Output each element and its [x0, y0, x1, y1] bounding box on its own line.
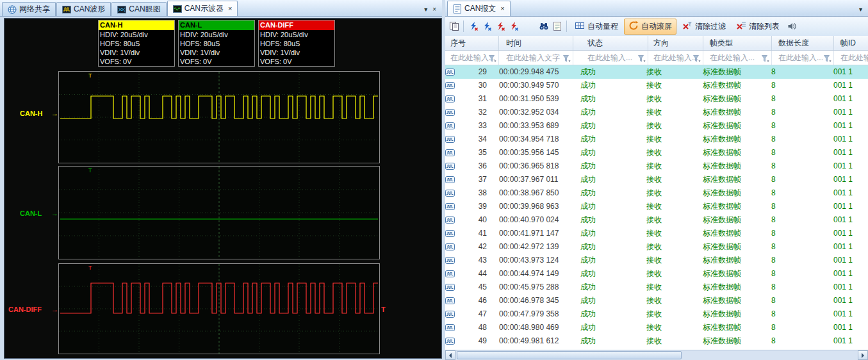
filter-funnel-icon[interactable] — [693, 53, 701, 65]
table-row[interactable]: 2900:00:29.948 475成功接收标准数据帧8001 1 — [445, 65, 868, 79]
clear-filter-button[interactable]: 清除过滤 — [678, 19, 730, 35]
column-header-3[interactable]: 方向 — [648, 36, 703, 50]
svg-text:T: T — [88, 167, 92, 174]
table-row[interactable]: 3500:00:35.956 145成功接收标准数据帧8001 1 — [445, 146, 868, 160]
status-cell: 成功 — [566, 200, 641, 213]
app-window: 网络共享 CAN波形 CAN眼图 CAN示波器 × — [0, 0, 868, 360]
table-row[interactable]: 3800:00:38.967 850成功接收标准数据帧8001 1 — [445, 186, 868, 200]
tab-can-messages[interactable]: CAN报文 × — [447, 1, 511, 16]
tab-network-share[interactable]: 网络共享 — [2, 2, 56, 16]
close-panel-icon[interactable]: × — [432, 6, 436, 13]
filter-cell-4[interactable]: 在此处输入... — [703, 51, 772, 65]
filter-cell-1[interactable]: 在此处输入文字 — [499, 51, 573, 65]
filter-funnel-icon[interactable] — [762, 53, 769, 65]
table-row[interactable]: 4700:00:47.979 358成功接收标准数据帧8001 1 — [445, 307, 868, 321]
dropdown-menu-icon[interactable]: ▾ — [859, 6, 862, 13]
scroll-right-icon[interactable] — [858, 350, 868, 360]
eye-diagram-icon — [117, 5, 126, 14]
data-length-cell: 8 — [765, 227, 827, 240]
filter-placeholder: 在此处输入文字 — [506, 53, 560, 62]
binoculars-icon[interactable] — [537, 20, 550, 33]
copy-icon[interactable] — [448, 20, 460, 33]
time-cell: 00:00:35.956 145 — [492, 146, 566, 160]
filter-funnel-icon[interactable] — [563, 53, 571, 65]
filter-funnel-icon[interactable] — [638, 53, 646, 65]
filter-frames-icon-4[interactable] — [507, 20, 520, 33]
filter-cell-5[interactable]: 在此处输入... — [772, 51, 834, 65]
filter-frames-icon-3[interactable] — [494, 20, 506, 33]
auto-scroll-button[interactable]: 自动滚屏 — [624, 19, 676, 35]
horizontal-scrollbar[interactable] — [445, 350, 868, 360]
table-row[interactable]: 4400:00:44.974 149成功接收标准数据帧8001 1 — [445, 267, 868, 281]
frame-id-cell: 001 1 — [827, 200, 868, 213]
scrollbar-track[interactable] — [455, 350, 858, 360]
table-row[interactable]: 4500:00:45.975 288成功接收标准数据帧8001 1 — [445, 281, 868, 294]
column-header-4[interactable]: 帧类型 — [703, 36, 772, 50]
status-cell: 成功 — [566, 227, 641, 240]
speaker-icon[interactable] — [785, 20, 798, 33]
tab-label: CAN报文 — [464, 3, 496, 14]
data-length-cell: 8 — [765, 119, 827, 133]
column-header-1[interactable]: 时间 — [499, 36, 573, 50]
table-row[interactable]: 4600:00:46.978 345成功接收标准数据帧8001 1 — [445, 294, 868, 307]
frame-type-cell: 标准数据帧 — [696, 146, 765, 160]
table-row[interactable]: 4100:00:41.971 147成功接收标准数据帧8001 1 — [445, 227, 868, 240]
table-row[interactable]: 3900:00:39.968 963成功接收标准数据帧8001 1 — [445, 200, 868, 213]
tab-can-eye-diagram[interactable]: CAN眼图 — [111, 2, 166, 16]
scroll-left-icon[interactable] — [445, 350, 455, 360]
column-header-6[interactable]: 帧ID — [834, 36, 868, 50]
time-cell: 00:00:42.972 139 — [492, 240, 566, 254]
table-row[interactable]: 3600:00:36.965 818成功接收标准数据帧8001 1 — [445, 160, 868, 173]
frame-id-cell: 001 1 — [827, 133, 868, 146]
data-length-cell: 8 — [765, 240, 827, 254]
table-row[interactable]: 3200:00:32.952 034成功接收标准数据帧8001 1 — [445, 106, 868, 119]
tab-can-waveform[interactable]: CAN波形 — [56, 2, 111, 16]
column-header-0[interactable]: 序号 — [445, 36, 499, 50]
message-table: 序号时间状态方向帧类型数据长度帧ID 在此处输入...在此处输入文字在此处输入.… — [445, 36, 868, 350]
data-length-cell: 8 — [765, 254, 827, 267]
filter-cell-2[interactable]: 在此处输入... — [573, 51, 648, 65]
filter-frames-icon-2[interactable] — [480, 20, 493, 33]
data-length-cell: 8 — [765, 92, 827, 106]
trigger-level-marker[interactable]: T — [381, 306, 386, 313]
filter-funnel-icon[interactable] — [489, 53, 496, 65]
table-row[interactable]: 3400:00:34.954 718成功接收标准数据帧8001 1 — [445, 133, 868, 146]
column-header-5[interactable]: 数据长度 — [772, 36, 834, 50]
filter-frames-icon-1[interactable] — [467, 20, 479, 33]
table-row[interactable]: 4300:00:43.973 124成功接收标准数据帧8001 1 — [445, 254, 868, 267]
filter-cell-3[interactable]: 在此处输入... — [648, 51, 703, 65]
auto-range-button[interactable]: 自动量程 — [570, 19, 623, 35]
table-row[interactable]: 3100:00:31.950 539成功接收标准数据帧8001 1 — [445, 92, 868, 106]
filter-cell-0[interactable]: 在此处输入... — [445, 51, 499, 65]
receive-frame-icon — [445, 321, 455, 334]
can-l-waveform: T — [59, 167, 379, 259]
frame-id-cell: 001 1 — [827, 160, 868, 173]
table-row[interactable]: 3300:00:33.953 689成功接收标准数据帧8001 1 — [445, 119, 868, 133]
dropdown-menu-icon[interactable]: ▾ — [424, 6, 427, 13]
table-row[interactable]: 4800:00:48.980 469成功接收标准数据帧8001 1 — [445, 321, 868, 334]
notes-icon[interactable] — [551, 20, 563, 33]
seq-cell: 30 — [455, 79, 492, 92]
table-row[interactable]: 3700:00:37.967 011成功接收标准数据帧8001 1 — [445, 173, 868, 186]
frame-type-cell: 标准数据帧 — [696, 281, 765, 294]
can-diff-scope: T — [58, 263, 380, 354]
table-row[interactable]: 3000:00:30.949 570成功接收标准数据帧8001 1 — [445, 79, 868, 92]
filter-placeholder: 在此处输入... — [653, 53, 698, 62]
tab-can-oscilloscope[interactable]: CAN示波器 × — [167, 1, 238, 16]
close-tab-icon[interactable]: × — [228, 5, 232, 12]
column-header-2[interactable]: 状态 — [573, 36, 648, 50]
status-cell: 成功 — [566, 307, 641, 321]
filter-cell-6[interactable]: 在此处输入... — [834, 51, 868, 65]
table-row[interactable]: 4900:00:49.981 612成功接收标准数据帧8001 1 — [445, 334, 868, 348]
data-length-cell: 8 — [765, 173, 827, 186]
filter-funnel-icon[interactable] — [824, 53, 831, 65]
channel-setting-line: VOFS: 0V — [179, 57, 254, 66]
table-row[interactable]: 4000:00:40.970 024成功接收标准数据帧8001 1 — [445, 213, 868, 227]
close-tab-icon[interactable]: × — [500, 5, 504, 12]
scrollbar-thumb[interactable] — [457, 351, 682, 359]
panel-window-buttons: ▾ × — [424, 6, 440, 16]
clear-list-button[interactable]: 清除列表 — [732, 19, 784, 35]
frame-type-cell: 标准数据帧 — [696, 92, 765, 106]
receive-frame-icon — [445, 334, 455, 348]
table-row[interactable]: 4200:00:42.972 139成功接收标准数据帧8001 1 — [445, 240, 868, 254]
